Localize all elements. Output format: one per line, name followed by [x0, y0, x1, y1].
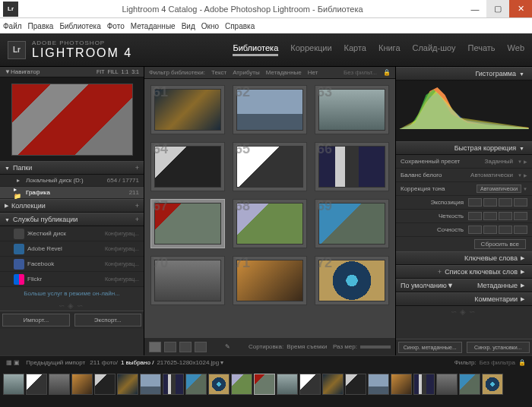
filmstrip-thumb[interactable]	[299, 374, 321, 395]
nav-fit[interactable]: FIT	[97, 69, 105, 74]
clarity-plus2[interactable]	[514, 212, 527, 220]
sync-metadata-button[interactable]: Синхр. метаданные...	[398, 342, 462, 353]
filmstrip[interactable]	[0, 369, 532, 399]
lock-icon[interactable]: 🔒	[518, 359, 526, 366]
chevron-down-icon[interactable]: ▾	[220, 359, 223, 366]
comments-header[interactable]: Комментарии▶	[396, 292, 532, 306]
menu-photo[interactable]: Фото	[107, 22, 125, 30]
filter-metadata[interactable]: Метаданные	[266, 69, 302, 76]
add-publish-icon[interactable]: +	[135, 216, 139, 223]
filmstrip-thumb[interactable]	[413, 374, 435, 395]
publish-flickr[interactable]: FlickrКонфигурац...	[0, 272, 144, 287]
folders-header[interactable]: ▼Папки+	[0, 161, 144, 175]
nav-31[interactable]: 3:1	[131, 69, 139, 74]
filmstrip-thumb[interactable]	[71, 374, 93, 395]
filmstrip-thumb[interactable]	[436, 374, 458, 395]
reset-all-button[interactable]: Сбросить все	[474, 239, 526, 249]
nav-11[interactable]: 1:1	[122, 69, 129, 74]
thumbnail-size-slider[interactable]	[360, 345, 391, 349]
metadata-header[interactable]: По умолчанию▼Метаданные▶	[396, 279, 532, 292]
publish-revel[interactable]: Adobe RevelКонфигурац...	[0, 241, 144, 257]
menu-metadata[interactable]: Метаданные	[131, 22, 176, 30]
grid-cell[interactable]: 71	[233, 256, 307, 305]
module-print[interactable]: Печать	[468, 43, 496, 56]
preset-value[interactable]: Заданный	[482, 158, 516, 165]
module-develop[interactable]: Коррекции	[290, 43, 331, 56]
filmstrip-thumb-selected[interactable]	[254, 374, 275, 395]
menu-library[interactable]: Библиотека	[59, 22, 100, 30]
filmstrip-thumb[interactable]	[482, 374, 503, 395]
publish-hd-config[interactable]: Конфигурац...	[105, 231, 139, 236]
menu-file[interactable]: Файл	[3, 22, 22, 30]
sat-minus2[interactable]	[468, 226, 482, 234]
sat-plus2[interactable]	[514, 226, 527, 234]
quick-develop-header[interactable]: Быстрая коррекция▼	[396, 141, 532, 155]
module-map[interactable]: Карта	[344, 43, 366, 56]
maximize-button[interactable]: ▢	[486, 0, 509, 17]
sat-plus1[interactable]	[499, 226, 512, 234]
menu-edit[interactable]: Правка	[28, 22, 54, 30]
grid-cell[interactable]: 66	[315, 142, 389, 191]
grid-cell[interactable]: 63	[315, 85, 389, 134]
exp-minus1[interactable]	[483, 198, 497, 207]
sat-minus1[interactable]	[483, 226, 497, 234]
module-slideshow[interactable]: Слайд-шоу	[413, 43, 456, 56]
chevron-down-icon[interactable]: ▼	[518, 173, 522, 178]
filmstrip-thumb[interactable]	[140, 374, 161, 395]
filmstrip-thumb[interactable]	[185, 374, 207, 395]
close-button[interactable]: ✕	[509, 0, 532, 17]
view-compare-button[interactable]	[179, 342, 192, 352]
filmstrip-thumb[interactable]	[231, 374, 252, 395]
view-survey-button[interactable]	[195, 342, 207, 352]
module-book[interactable]: Книга	[378, 43, 401, 56]
grid-cell-selected[interactable]: 67	[150, 199, 225, 248]
grid-cell[interactable]: 72	[315, 256, 389, 305]
publish-header[interactable]: ▼Службы публикации+	[0, 213, 144, 226]
source-label[interactable]: Предыдущий импорт	[26, 359, 85, 366]
clarity-minus2[interactable]	[468, 212, 482, 220]
add-collection-icon[interactable]: +	[135, 202, 139, 210]
auto-tone-button[interactable]: Автоматически	[477, 185, 521, 193]
navigator-preview[interactable]	[0, 77, 144, 161]
keywords-header[interactable]: Ключевые слова▶	[396, 251, 532, 265]
publish-revel-config[interactable]: Конфигурац...	[105, 246, 139, 251]
filmstrip-thumb[interactable]	[94, 374, 116, 395]
filmstrip-thumb[interactable]	[322, 374, 344, 395]
nav-fill[interactable]: FILL	[108, 69, 119, 74]
filmstrip-thumb[interactable]	[391, 374, 412, 395]
exp-plus1[interactable]	[499, 198, 512, 207]
collections-header[interactable]: ▶Коллекции+	[0, 199, 144, 213]
metadata-mode[interactable]: По умолчанию	[401, 282, 447, 289]
sort-value[interactable]: Время съемки	[287, 343, 327, 350]
view-loupe-button[interactable]	[164, 342, 176, 352]
filmstrip-thumb[interactable]	[345, 374, 366, 395]
histogram-header[interactable]: Гистограмма▼	[396, 67, 532, 80]
navigator-header[interactable]: ▼ Навигатор FIT FILL 1:1 3:1	[0, 67, 144, 77]
publish-facebook[interactable]: FacebookКонфигурац...	[0, 257, 144, 272]
exp-minus2[interactable]	[468, 198, 482, 207]
filmstrip-thumb[interactable]	[3, 374, 24, 395]
sync-settings-button[interactable]: Синхр. установки...	[467, 342, 530, 353]
painter-icon[interactable]: ✎	[225, 343, 230, 350]
export-button[interactable]: Экспорт...	[74, 314, 142, 327]
publish-harddrive[interactable]: Жесткий дискКонфигурац...	[0, 226, 144, 241]
menu-help[interactable]: Справка	[225, 22, 255, 30]
wb-value[interactable]: Автоматически	[467, 172, 516, 178]
view-toggle-icon[interactable]: ▦ ▣	[6, 359, 20, 366]
more-services-link[interactable]: Больше услуг в режиме он-лайн...	[0, 287, 144, 300]
filter-none[interactable]: Нет	[308, 69, 318, 76]
keywordlist-header[interactable]: +Список ключевых слов▶	[396, 265, 532, 279]
filmstrip-thumb[interactable]	[277, 374, 298, 395]
chevron-down-icon[interactable]: ▼	[518, 159, 522, 164]
grid-cell[interactable]: 61	[150, 85, 225, 134]
import-button[interactable]: Импорт...	[2, 314, 70, 327]
publish-flickr-config[interactable]: Конфигурац...	[105, 276, 139, 282]
filmstrip-thumb[interactable]	[459, 374, 480, 395]
grid-cell[interactable]: 65	[233, 142, 307, 191]
grid-cell[interactable]: 62	[233, 85, 307, 134]
grid-cell[interactable]: 68	[233, 199, 307, 248]
grid-cell[interactable]: 69	[315, 199, 389, 248]
minimize-button[interactable]: —	[464, 0, 486, 17]
filter-attributes[interactable]: Атрибуты	[233, 69, 260, 76]
clarity-minus1[interactable]	[483, 212, 497, 220]
